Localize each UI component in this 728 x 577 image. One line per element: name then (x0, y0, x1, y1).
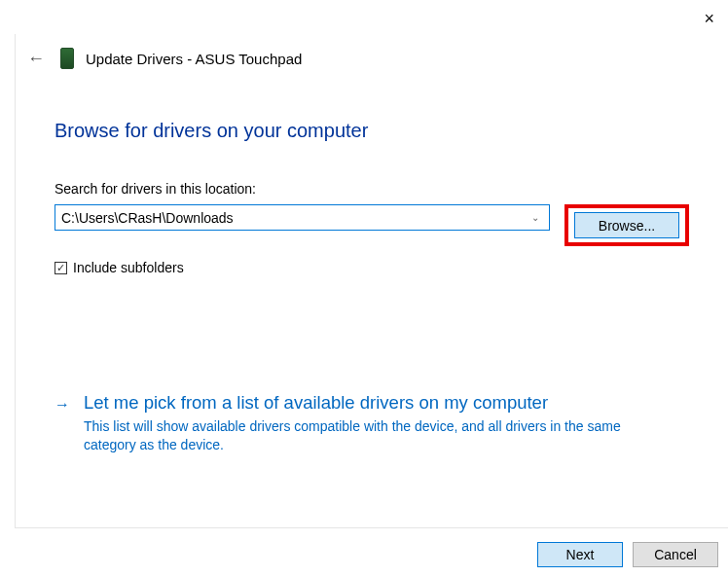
dialog-content: ← Update Drivers - ASUS Touchpad Browse … (15, 34, 728, 528)
footer-buttons: Next Cancel (537, 542, 718, 567)
cancel-button[interactable]: Cancel (633, 542, 718, 567)
path-combobox[interactable]: C:\Users\CRasH\Downloads ⌄ (55, 204, 550, 231)
search-location-label: Search for drivers in this location: (55, 181, 689, 197)
include-subfolders-checkbox[interactable]: ✓ Include subfolders (55, 260, 689, 275)
back-arrow-icon[interactable]: ← (23, 49, 49, 69)
close-icon[interactable]: × (704, 10, 714, 27)
chevron-down-icon[interactable]: ⌄ (528, 212, 543, 223)
arrow-right-icon: → (55, 392, 70, 454)
path-value: C:\Users\CRasH\Downloads (61, 210, 528, 226)
pick-from-list-link[interactable]: → Let me pick from a list of available d… (55, 392, 689, 474)
page-heading: Browse for drivers on your computer (55, 120, 689, 142)
pick-title: Let me pick from a list of available dri… (84, 392, 629, 414)
pick-text-block: Let me pick from a list of available dri… (84, 392, 629, 454)
device-icon (60, 48, 74, 69)
pick-description: This list will show available drivers co… (84, 417, 629, 454)
header: ← Update Drivers - ASUS Touchpad (16, 34, 728, 69)
browse-button[interactable]: Browse... (574, 212, 679, 238)
dialog-title: Update Drivers - ASUS Touchpad (86, 51, 302, 67)
path-row: C:\Users\CRasH\Downloads ⌄ Browse... (55, 204, 689, 246)
next-button[interactable]: Next (537, 542, 623, 567)
checkbox-icon: ✓ (55, 262, 67, 274)
annotation-highlight: Browse... (564, 204, 689, 246)
dialog-body: Browse for drivers on your computer Sear… (16, 69, 728, 474)
include-subfolders-label: Include subfolders (73, 260, 184, 275)
